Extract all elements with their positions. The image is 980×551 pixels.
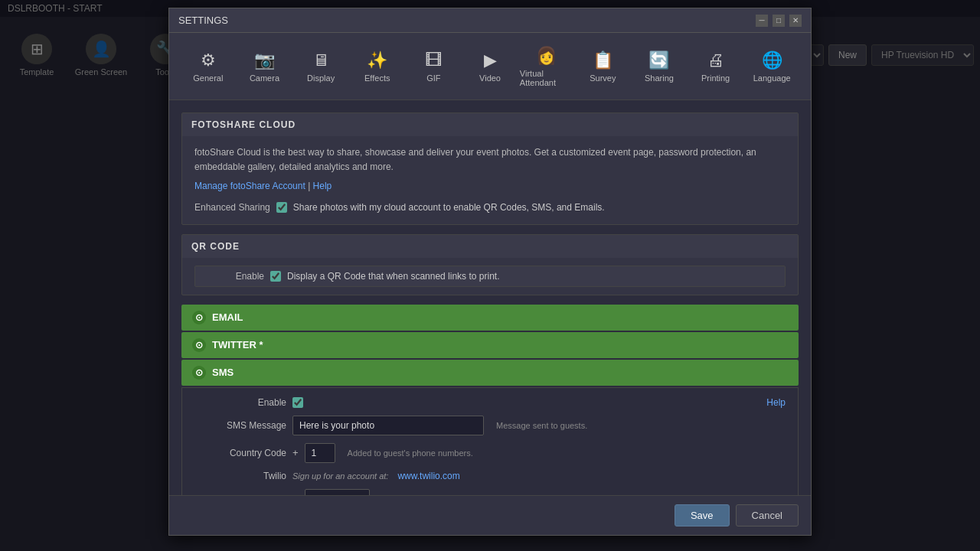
fotoshare-description: fotoShare Cloud is the best way to share… — [194, 145, 786, 174]
sms-twilio-row: Twilio Sign up for an account at: www.tw… — [194, 471, 786, 481]
video-icon: ▶ — [484, 51, 497, 70]
camera-icon: 📷 — [254, 51, 275, 70]
nav-language-label: Language — [753, 73, 791, 83]
nav-virtual-attendant[interactable]: 👩 Virtual Attendant — [520, 39, 573, 94]
fotoshare-section-body: fotoShare Cloud is the best way to share… — [182, 136, 798, 224]
enhanced-sharing-text: Share photos with my cloud account to en… — [293, 201, 605, 215]
nav-display[interactable]: 🖥 Display — [294, 39, 348, 94]
sms-enable-row: Enable Help — [194, 397, 786, 408]
nav-general-label: General — [193, 73, 223, 83]
sms-enable-checkbox[interactable] — [292, 397, 303, 408]
nav-effects[interactable]: ✨ Effects — [351, 39, 404, 94]
sms-from-number-row: From Number + Twilio Phone Number includ… — [194, 489, 786, 495]
email-label: EMAIL — [212, 311, 243, 323]
sms-message-hint: Message sent to guests. — [496, 421, 587, 430]
sms-message-input[interactable] — [292, 416, 484, 435]
sms-help-link[interactable]: Help — [766, 397, 786, 408]
qr-enable-row: Enable Display a QR Code that when scann… — [194, 266, 786, 287]
nav-printing[interactable]: 🖨 Printing — [689, 39, 743, 94]
country-code-prefix: + — [292, 447, 299, 458]
virtual-attendant-icon: 👩 — [536, 46, 557, 66]
sms-from-number-input[interactable] — [305, 489, 370, 495]
nav-video-label: Video — [479, 73, 501, 83]
qr-section-header: QR CODE — [182, 235, 798, 258]
nav-gif[interactable]: 🎞 GIF — [407, 39, 461, 94]
sms-twilio-text: Sign up for an account at: — [292, 471, 388, 481]
nav-survey-label: Survey — [590, 73, 616, 83]
nav-sharing[interactable]: 🔄 Sharing — [632, 39, 686, 94]
qr-section-body: Enable Display a QR Code that when scann… — [182, 258, 798, 295]
dialog-title: SETTINGS — [178, 15, 228, 26]
sms-enable-label: Enable — [194, 397, 286, 408]
sms-twilio-label: Twilio — [194, 471, 286, 481]
sms-message-row: SMS Message Message sent to guests. — [194, 416, 786, 435]
sms-collapse-icon: ⊙ — [192, 366, 206, 380]
twitter-header[interactable]: ⊙ TWITTER * — [181, 332, 799, 358]
nav-video[interactable]: ▶ Video — [463, 39, 517, 94]
settings-content[interactable]: FOTOSHARE CLOUD fotoShare Cloud is the b… — [169, 100, 811, 495]
nav-virtual-attendant-label: Virtual Attendant — [520, 69, 573, 87]
dialog-titlebar: SETTINGS ─ □ ✕ — [169, 8, 811, 33]
fotoshare-section: FOTOSHARE CLOUD fotoShare Cloud is the b… — [181, 112, 799, 225]
gif-icon: 🎞 — [425, 51, 442, 70]
nav-printing-label: Printing — [701, 73, 730, 83]
email-header[interactable]: ⊙ EMAIL — [181, 305, 799, 331]
settings-nav: ⚙ General 📷 Camera 🖥 Display ✨ Effects 🎞… — [169, 33, 811, 100]
language-icon: 🌐 — [762, 51, 782, 70]
maximize-button[interactable]: □ — [773, 15, 785, 27]
cancel-button[interactable]: Cancel — [736, 504, 799, 527]
fotoshare-help-link[interactable]: Help — [313, 181, 332, 191]
enhanced-sharing-label: Enhanced Sharing — [194, 201, 270, 215]
sms-country-code-hint: Added to guest's phone numbers. — [348, 448, 473, 458]
save-button[interactable]: Save — [675, 504, 730, 527]
dialog-footer: Save Cancel — [169, 495, 811, 535]
manage-fotoshare-link[interactable]: Manage fotoShare Account — [194, 181, 305, 191]
survey-icon: 📋 — [593, 51, 613, 70]
nav-camera[interactable]: 📷 Camera — [238, 39, 292, 94]
email-collapse-icon: ⊙ — [192, 311, 206, 324]
fotoshare-section-header: FOTOSHARE CLOUD — [182, 113, 798, 136]
twilio-link[interactable]: www.twilio.com — [397, 471, 459, 481]
nav-display-label: Display — [307, 73, 335, 83]
qr-enable-checkbox[interactable] — [270, 271, 281, 282]
effects-icon: ✨ — [367, 51, 387, 70]
twitter-collapse-icon: ⊙ — [192, 338, 206, 352]
dialog-title-controls: ─ □ ✕ — [756, 15, 802, 27]
sharing-icon: 🔄 — [648, 51, 669, 70]
close-button[interactable]: ✕ — [789, 15, 802, 27]
sms-country-code-label: Country Code — [194, 448, 286, 458]
nav-language[interactable]: 🌐 Language — [745, 39, 799, 94]
qr-enable-label: Enable — [203, 271, 264, 282]
sms-label: SMS — [212, 367, 234, 378]
twitter-label: TWITTER * — [212, 339, 263, 350]
general-icon: ⚙ — [201, 51, 216, 70]
nav-sharing-label: Sharing — [645, 73, 674, 83]
sms-content: Enable Help SMS Message Message sent to … — [181, 387, 799, 495]
enhanced-sharing-row: Enhanced Sharing Share photos with my cl… — [194, 201, 786, 215]
printing-icon: 🖨 — [707, 51, 724, 70]
enhanced-sharing-checkbox[interactable] — [276, 202, 287, 213]
nav-survey[interactable]: 📋 Survey — [576, 39, 629, 94]
display-icon: 🖥 — [312, 51, 329, 70]
minimize-button[interactable]: ─ — [756, 15, 768, 27]
sms-message-label: SMS Message — [194, 420, 286, 431]
sms-country-code-input[interactable] — [305, 443, 335, 463]
nav-general[interactable]: ⚙ General — [181, 39, 235, 94]
qr-code-section: QR CODE Enable Display a QR Code that wh… — [181, 234, 799, 295]
sms-header[interactable]: ⊙ SMS — [181, 360, 799, 386]
nav-gif-label: GIF — [426, 73, 440, 83]
sms-country-code-row: Country Code + Added to guest's phone nu… — [194, 443, 786, 463]
settings-dialog: SETTINGS ─ □ ✕ ⚙ General 📷 Camera 🖥 Disp… — [168, 8, 812, 536]
nav-effects-label: Effects — [364, 73, 390, 83]
nav-camera-label: Camera — [250, 73, 279, 83]
qr-enable-text: Display a QR Code that when scanned link… — [287, 271, 499, 282]
